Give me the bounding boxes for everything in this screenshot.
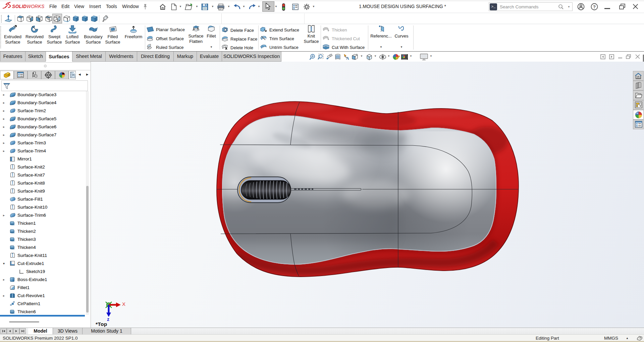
- svg-text:?: ?: [593, 4, 596, 9]
- svg-text:A: A: [346, 56, 349, 60]
- svg-text:z: z: [107, 317, 109, 322]
- svg-text:SOLIDWORKS: SOLIDWORKS: [12, 4, 45, 9]
- svg-text:X: X: [122, 301, 125, 307]
